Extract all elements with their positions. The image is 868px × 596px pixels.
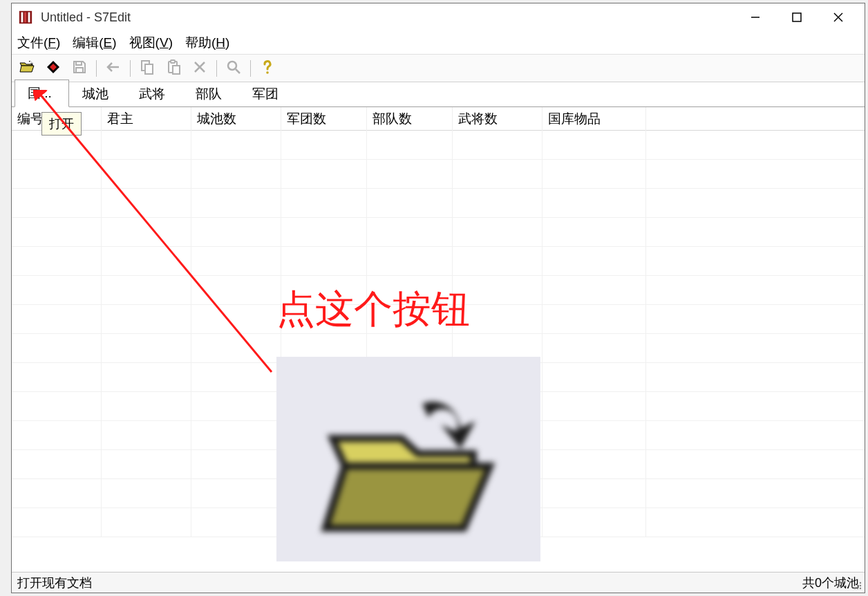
column-header-units[interactable]: 部队数 [367, 107, 453, 131]
svg-rect-8 [76, 62, 82, 65]
table-row [12, 131, 865, 160]
table-row [12, 160, 865, 189]
toolbar-button-2[interactable] [41, 57, 66, 80]
toolbar-separator [96, 60, 97, 77]
column-header-treasury[interactable]: 国库物品 [542, 107, 646, 131]
toolbar [12, 55, 865, 82]
annotation-text: 点这个按钮 [276, 283, 470, 336]
maximize-button[interactable] [776, 3, 818, 31]
close-button[interactable] [818, 3, 859, 31]
svg-rect-11 [145, 64, 153, 74]
svg-point-25 [860, 588, 861, 589]
tab-label: 武将 [139, 86, 165, 101]
open-button[interactable] [15, 57, 39, 80]
svg-point-20 [860, 582, 861, 584]
tab-label: 国... [28, 86, 52, 100]
tabstrip: 国... 城池 武将 部队 军团 [12, 82, 865, 107]
svg-rect-5 [793, 13, 801, 21]
svg-point-19 [266, 71, 269, 74]
menubar: 文件(F) 编辑(E) 视图(V) 帮助(H) [12, 31, 865, 55]
svg-point-21 [857, 585, 858, 586]
column-header-generals[interactable]: 武将数 [453, 107, 542, 131]
window-title: Untitled - S7Edit [41, 10, 131, 25]
app-icon [17, 9, 34, 26]
tab-label: 军团 [252, 86, 279, 101]
menu-view[interactable]: 视图(V) [129, 34, 173, 52]
arrow-left-icon [105, 59, 122, 77]
table-row [12, 247, 865, 276]
menu-help[interactable]: 帮助(H) [185, 34, 229, 52]
statusbar: 打开现有文档 共0个城池 [12, 572, 865, 593]
save-button[interactable] [67, 57, 92, 80]
svg-point-22 [860, 585, 861, 586]
svg-point-24 [857, 588, 858, 589]
svg-point-17 [228, 62, 236, 70]
tooltip-open: 打开 [41, 112, 82, 136]
status-left: 打开现有文档 [17, 575, 92, 591]
column-header-lord[interactable]: 君主 [102, 107, 191, 131]
svg-rect-14 [173, 66, 180, 74]
annotation-zoom-image [276, 357, 540, 561]
svg-rect-13 [171, 60, 175, 63]
diamond-icon [45, 59, 62, 77]
column-headers: 编号 君主 城池数 军团数 部队数 武将数 国库物品 [12, 107, 865, 131]
minimize-button[interactable] [735, 3, 776, 31]
svg-rect-1 [21, 12, 23, 23]
table-row [12, 189, 865, 218]
find-button[interactable] [221, 57, 246, 80]
tab-city[interactable]: 城池 [69, 80, 126, 107]
column-header-cities[interactable]: 城池数 [191, 107, 281, 131]
delete-button[interactable] [187, 57, 212, 80]
svg-rect-2 [24, 12, 26, 23]
copy-button[interactable] [135, 57, 160, 80]
paste-icon [165, 59, 182, 77]
help-button[interactable] [255, 57, 280, 80]
svg-rect-9 [76, 68, 83, 73]
paste-button[interactable] [161, 57, 186, 80]
toolbar-separator [130, 60, 131, 77]
tab-label: 城池 [82, 86, 108, 101]
toolbar-separator [216, 60, 217, 77]
svg-point-23 [854, 588, 856, 589]
menu-edit[interactable]: 编辑(E) [73, 34, 116, 52]
save-icon [71, 59, 88, 77]
back-button[interactable] [101, 57, 126, 80]
toolbar-separator [250, 60, 251, 77]
question-icon [259, 59, 276, 77]
titlebar: Untitled - S7Edit [12, 3, 865, 31]
svg-line-18 [236, 69, 240, 73]
delete-x-icon [191, 59, 208, 77]
tab-general[interactable]: 武将 [126, 80, 182, 107]
tab-unit[interactable]: 部队 [182, 80, 239, 107]
menu-file[interactable]: 文件(F) [17, 34, 60, 52]
folder-open-icon [19, 59, 35, 77]
tab-label: 部队 [196, 86, 222, 101]
tab-corps[interactable]: 军团 [239, 80, 296, 107]
magnifier-icon [225, 59, 242, 77]
copy-icon [139, 59, 155, 77]
table-row [12, 218, 865, 247]
tab-country[interactable]: 国... [15, 80, 69, 107]
column-header-corps[interactable]: 军团数 [281, 107, 367, 131]
resize-grip-icon[interactable] [851, 579, 863, 591]
svg-rect-3 [28, 12, 30, 23]
